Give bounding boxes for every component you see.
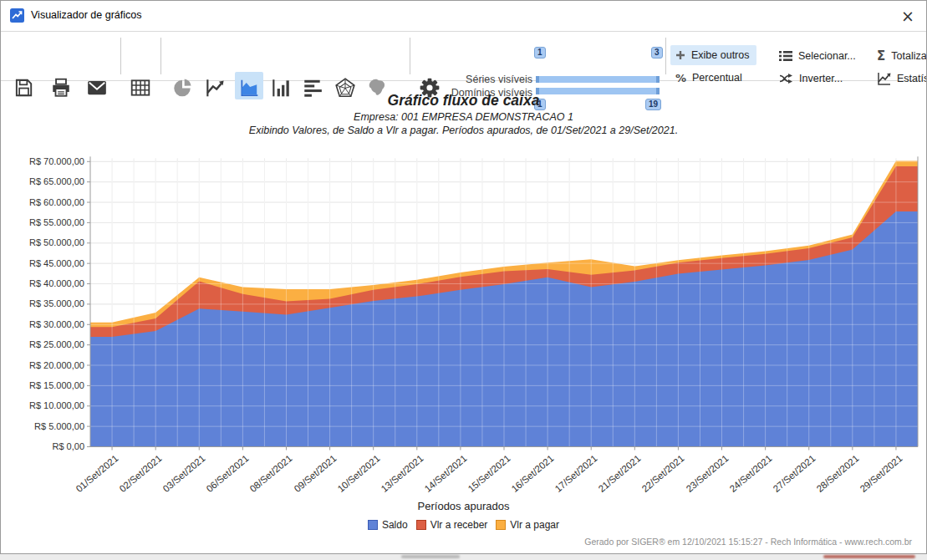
y-tick-label: R$ 70.000,00 <box>4 156 84 166</box>
y-tick-label: R$ 60.000,00 <box>4 197 84 207</box>
y-tick-label: R$ 10.000,00 <box>4 400 84 410</box>
background-app-strip <box>0 554 927 560</box>
percent-icon: % <box>675 72 686 84</box>
estatisticas-button[interactable]: Estatísti <box>872 69 927 89</box>
statistics-icon <box>877 72 891 85</box>
estatisticas-label: Estatísti <box>897 73 927 84</box>
y-tick-label: R$ 40.000,00 <box>4 278 84 288</box>
legend-swatch <box>496 520 506 530</box>
y-tick-label: R$ 0,00 <box>4 441 84 451</box>
toolbar-separator <box>120 38 121 74</box>
legend-swatch <box>416 520 426 530</box>
series-slider-max-badge: 3 <box>651 47 663 59</box>
x-axis-title: Períodos apurados <box>1 500 926 512</box>
y-tick-label: R$ 5.000,00 <box>4 421 84 431</box>
background-artifact <box>401 555 460 558</box>
chart-subtitle-company: Empresa: 001 EMPRESA DEMONSTRACAO 1 <box>1 111 926 123</box>
legend-item: Vlr a pagar <box>496 519 559 531</box>
series-slider-label: Séries visíveis <box>385 74 532 85</box>
chart-title: Gráfico fluxo de caixa <box>1 92 926 109</box>
totalizar-button[interactable]: Σ Totalizar <box>872 46 927 66</box>
toolbar: Séries visíveis Domínios visíveis 1 3 1 … <box>1 33 926 81</box>
y-tick-label: R$ 50.000,00 <box>4 237 84 247</box>
y-tick-label: R$ 45.000,00 <box>4 258 84 268</box>
area-series-vlr-a-receber <box>90 166 918 446</box>
close-icon[interactable]: × <box>896 4 919 28</box>
exibe-outros-button[interactable]: Exibe outros <box>670 45 756 65</box>
shuffle-icon <box>779 73 793 84</box>
legend-label: Vlr a receber <box>430 519 488 531</box>
y-tick-label: R$ 65.000,00 <box>4 176 84 186</box>
series-visible-slider[interactable] <box>536 76 660 83</box>
chart-subtitle-range: Exibindo Valores, de Saldo a Vlr a pagar… <box>1 125 926 136</box>
y-tick-label: R$ 15.000,00 <box>4 380 84 390</box>
background-artifact <box>823 555 915 558</box>
area-series-saldo <box>90 211 918 447</box>
percentual-button[interactable]: % Percentual <box>670 68 747 88</box>
totalizar-label: Totalizar <box>891 50 927 62</box>
y-tick-label: R$ 25.000,00 <box>4 339 84 349</box>
app-chart-icon <box>10 8 24 23</box>
y-tick-label: R$ 35.000,00 <box>4 298 84 308</box>
y-tick-label: R$ 30.000,00 <box>4 319 84 329</box>
slider-handle[interactable] <box>656 76 660 83</box>
y-tick-label: R$ 55.000,00 <box>4 217 84 227</box>
legend-item: Saldo <box>368 519 408 531</box>
chart-legend: SaldoVlr a receberVlr a pagar <box>1 519 926 531</box>
toolbar-separator <box>160 38 161 74</box>
inverter-button[interactable]: Inverter... <box>774 69 848 89</box>
generated-footer: Gerado por SIGER® em 12/10/2021 15:15:27… <box>584 537 912 547</box>
slider-handle[interactable] <box>536 76 539 83</box>
y-tick-label: R$ 20.000,00 <box>4 360 84 370</box>
chart-viewer-window: Visualizador de gráficos × <box>0 0 927 554</box>
exibe-outros-label: Exibe outros <box>691 49 749 61</box>
screen: Visualizador de gráficos × <box>0 0 927 560</box>
legend-item: Vlr a receber <box>416 519 488 531</box>
series-slider-min-badge: 1 <box>534 47 546 59</box>
window-title: Visualizador de gráficos <box>31 9 141 21</box>
plus-icon <box>675 50 685 60</box>
toolbar-separator <box>665 38 666 74</box>
percentual-label: Percentual <box>692 72 742 84</box>
area-series-vlr-a-pagar <box>90 161 918 447</box>
toolbar-separator <box>410 38 410 74</box>
selecionar-label: Selecionar... <box>798 50 856 62</box>
title-bar: Visualizador de gráficos × <box>1 1 926 32</box>
legend-label: Saldo <box>382 519 408 531</box>
list-icon <box>779 50 792 62</box>
sigma-icon: Σ <box>877 48 885 64</box>
inverter-label: Inverter... <box>799 73 843 84</box>
legend-swatch <box>368 520 378 530</box>
legend-label: Vlr a pagar <box>510 519 559 531</box>
selecionar-button[interactable]: Selecionar... <box>774 46 861 66</box>
